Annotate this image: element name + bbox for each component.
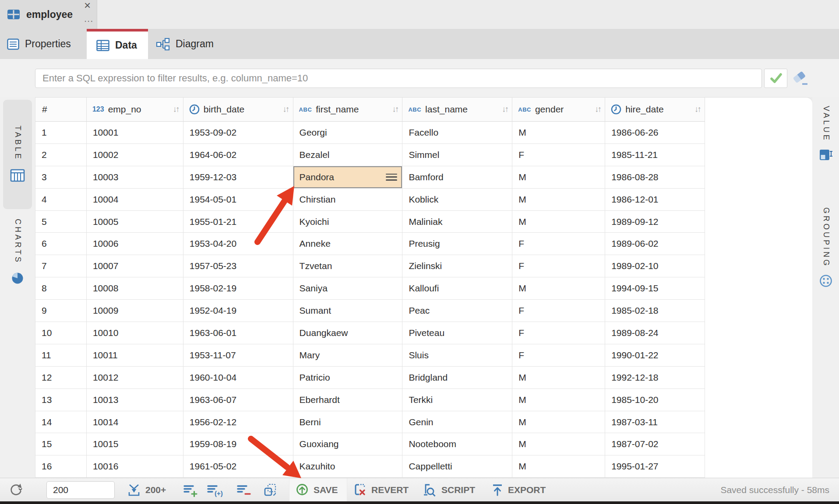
table-cell[interactable]: M [512, 367, 605, 389]
panel-tab-table[interactable]: TABLE [3, 100, 32, 209]
close-icon[interactable]: × [84, 0, 91, 11]
table-cell[interactable]: 10002 [87, 144, 183, 166]
table-cell[interactable]: 10012 [87, 367, 183, 389]
table-cell[interactable]: 10005 [87, 211, 183, 233]
row-number-cell[interactable]: 11 [35, 344, 87, 367]
table-cell[interactable]: F [512, 344, 605, 367]
table-cell[interactable]: M [512, 211, 605, 233]
table-cell[interactable]: 1985-02-18 [605, 300, 705, 322]
table-cell[interactable]: Eberhardt [293, 389, 403, 411]
sort-icon[interactable]: ↓↑ [283, 105, 293, 114]
table-cell[interactable]: Simmel [402, 144, 512, 166]
table-cell[interactable]: 1959-08-19 [183, 433, 293, 455]
add-row-button[interactable] [183, 478, 198, 501]
table-cell[interactable]: Chirstian [293, 189, 403, 211]
table-cell[interactable]: 1989-09-12 [605, 211, 705, 233]
table-cell[interactable]: 10003 [87, 166, 183, 189]
fetch-size-input[interactable] [46, 481, 115, 499]
table-cell[interactable]: Tzvetan [293, 255, 403, 277]
table-cell[interactable]: 1958-02-19 [183, 277, 293, 300]
table-cell[interactable]: 1994-09-15 [605, 277, 705, 300]
tab-diagram[interactable]: Diagram [148, 29, 229, 59]
sort-icon[interactable]: ↓↑ [502, 105, 512, 114]
table-cell[interactable]: Mary [293, 344, 403, 367]
apply-filter-button[interactable] [764, 69, 787, 88]
row-number-cell[interactable]: 2 [35, 144, 87, 166]
table-cell[interactable]: M [512, 189, 605, 211]
table-cell[interactable]: M [512, 166, 605, 189]
script-button[interactable]: SCRIPT [422, 478, 475, 501]
row-number-cell[interactable]: 15 [35, 433, 87, 455]
table-cell[interactable]: Kalloufi [402, 277, 512, 300]
save-button[interactable]: SAVE [295, 478, 338, 501]
column-header-rownum[interactable]: # [35, 98, 87, 122]
table-cell[interactable]: 10008 [87, 277, 183, 300]
table-cell[interactable]: 1989-08-24 [605, 322, 705, 344]
table-cell[interactable]: Sluis [402, 344, 512, 367]
table-cell[interactable]: 1957-05-23 [183, 255, 293, 277]
column-header-first-name[interactable]: ABC first_name ↓↑ [293, 98, 403, 122]
refresh-button[interactable] [8, 478, 25, 501]
table-cell[interactable]: F [512, 255, 605, 277]
table-cell[interactable]: Peac [402, 300, 512, 322]
column-header-emp-no[interactable]: 123 emp_no ↓↑ [87, 98, 183, 122]
row-number-cell[interactable]: 3 [35, 166, 87, 189]
table-cell[interactable]: Genin [402, 411, 512, 434]
table-cell[interactable]: Terkki [402, 389, 512, 411]
cell-menu-icon[interactable] [386, 174, 397, 181]
table-cell[interactable]: 1953-11-07 [183, 344, 293, 367]
table-cell[interactable]: M [512, 433, 605, 455]
table-cell[interactable]: 1985-10-20 [605, 389, 705, 411]
table-cell[interactable]: 1955-01-21 [183, 211, 293, 233]
table-cell[interactable]: 1953-04-20 [183, 233, 293, 255]
table-cell[interactable]: Maliniak [402, 211, 512, 233]
table-cell[interactable]: Berni [293, 411, 403, 434]
panel-tab-grouping[interactable]: GROUPING [815, 207, 837, 288]
table-cell[interactable]: 10009 [87, 300, 183, 322]
table-cell[interactable]: 1961-05-02 [183, 455, 293, 478]
row-number-cell[interactable]: 1 [35, 122, 87, 144]
table-cell[interactable]: Patricio [293, 367, 403, 389]
column-header-birth-date[interactable]: birth_date ↓↑ [183, 98, 293, 122]
table-cell[interactable]: Georgi [293, 122, 403, 144]
table-cell[interactable]: 1960-10-04 [183, 367, 293, 389]
table-cell[interactable]: 1953-09-02 [183, 122, 293, 144]
table-cell[interactable]: 1956-02-12 [183, 411, 293, 434]
table-cell[interactable]: 1992-12-18 [605, 367, 705, 389]
table-cell[interactable]: M [512, 389, 605, 411]
sort-icon[interactable]: ↓↑ [694, 105, 705, 114]
table-cell[interactable]: 1986-08-28 [605, 166, 705, 189]
panel-tab-value[interactable]: VALUE [815, 106, 837, 161]
table-cell[interactable]: Zielinski [402, 255, 512, 277]
row-number-cell[interactable]: 5 [35, 211, 87, 233]
table-cell[interactable]: Facello [402, 122, 512, 144]
table-cell[interactable]: Bamford [402, 166, 512, 189]
table-cell[interactable]: Preusig [402, 233, 512, 255]
table-cell[interactable]: 1963-06-07 [183, 389, 293, 411]
row-number-cell[interactable]: 10 [35, 322, 87, 344]
row-number-cell[interactable]: 13 [35, 389, 87, 411]
table-cell[interactable]: Kyoichi [293, 211, 403, 233]
table-cell[interactable]: 10013 [87, 389, 183, 411]
column-header-hire-date[interactable]: hire_date ↓↑ [605, 98, 705, 122]
table-cell[interactable]: 10016 [87, 455, 183, 478]
table-cell[interactable]: Anneke [293, 233, 403, 255]
selected-cell[interactable]: Pandora [293, 166, 403, 189]
table-cell[interactable]: Guoxiang [293, 433, 403, 455]
table-cell[interactable]: 10010 [87, 322, 183, 344]
table-cell[interactable]: 1995-01-27 [605, 455, 705, 478]
row-number-cell[interactable]: 4 [35, 189, 87, 211]
row-number-cell[interactable]: 12 [35, 367, 87, 389]
table-cell[interactable]: F [512, 233, 605, 255]
table-cell[interactable]: 1987-03-11 [605, 411, 705, 434]
table-cell[interactable]: 1954-05-01 [183, 189, 293, 211]
table-cell[interactable]: 1986-12-01 [605, 189, 705, 211]
table-cell[interactable]: Piveteau [402, 322, 512, 344]
table-cell[interactable]: 1963-06-01 [183, 322, 293, 344]
sort-icon[interactable]: ↓↑ [173, 105, 183, 114]
table-cell[interactable]: M [512, 122, 605, 144]
row-number-cell[interactable]: 8 [35, 277, 87, 300]
table-cell[interactable]: F [512, 322, 605, 344]
table-cell[interactable]: Sumant [293, 300, 403, 322]
table-cell[interactable]: F [512, 144, 605, 166]
